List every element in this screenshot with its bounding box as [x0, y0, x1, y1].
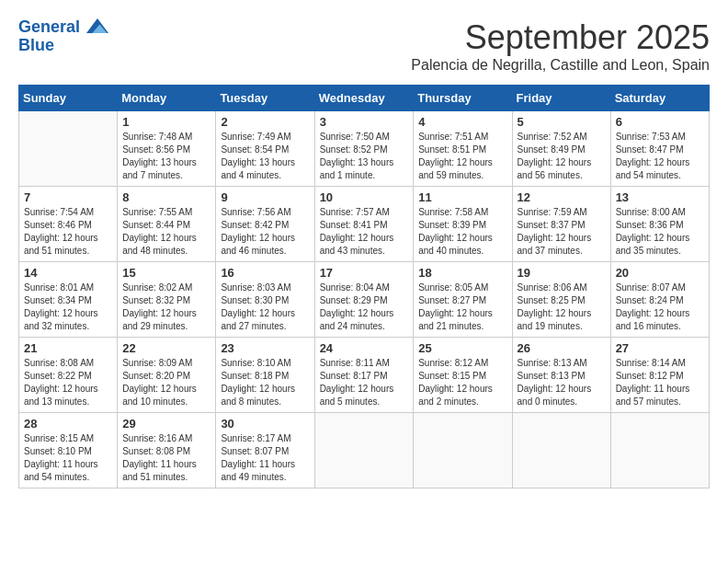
day-info: Sunrise: 8:07 AMSunset: 8:24 PMDaylight:…	[616, 282, 704, 333]
calendar-cell: 12Sunrise: 7:59 AMSunset: 8:37 PMDayligh…	[512, 187, 610, 262]
calendar-cell: 9Sunrise: 7:56 AMSunset: 8:42 PMDaylight…	[216, 187, 314, 262]
month-year-title: September 2025	[411, 18, 710, 57]
day-number: 30	[221, 417, 309, 431]
calendar-cell: 15Sunrise: 8:02 AMSunset: 8:32 PMDayligh…	[118, 262, 216, 338]
calendar-cell	[414, 413, 512, 488]
day-info: Sunrise: 8:11 AMSunset: 8:17 PMDaylight:…	[320, 357, 409, 408]
day-info: Sunrise: 7:58 AMSunset: 8:39 PMDaylight:…	[418, 206, 506, 258]
day-number: 21	[24, 341, 112, 355]
day-number: 23	[221, 341, 309, 355]
calendar-cell: 6Sunrise: 7:53 AMSunset: 8:47 PMDaylight…	[610, 111, 709, 187]
calendar-cell: 2Sunrise: 7:49 AMSunset: 8:54 PMDaylight…	[216, 111, 314, 187]
logo-blue: Blue	[18, 36, 54, 54]
day-number: 13	[616, 190, 704, 204]
day-number: 8	[122, 190, 210, 204]
day-number: 20	[616, 266, 704, 280]
calendar-cell	[314, 413, 414, 488]
calendar-cell: 26Sunrise: 8:13 AMSunset: 8:13 PMDayligh…	[512, 338, 610, 413]
day-info: Sunrise: 7:51 AMSunset: 8:51 PMDaylight:…	[418, 131, 506, 182]
calendar-cell: 7Sunrise: 7:54 AMSunset: 8:46 PMDaylight…	[19, 187, 118, 262]
day-number: 17	[320, 266, 409, 280]
day-info: Sunrise: 7:55 AMSunset: 8:44 PMDaylight:…	[122, 206, 210, 258]
day-info: Sunrise: 7:49 AMSunset: 8:54 PMDaylight:…	[221, 131, 309, 182]
day-info: Sunrise: 7:53 AMSunset: 8:47 PMDaylight:…	[616, 131, 704, 182]
calendar-cell	[512, 413, 610, 488]
calendar-cell: 13Sunrise: 8:00 AMSunset: 8:36 PMDayligh…	[610, 187, 709, 262]
day-info: Sunrise: 8:09 AMSunset: 8:20 PMDaylight:…	[122, 357, 210, 408]
day-number: 29	[122, 417, 210, 431]
calendar-cell: 21Sunrise: 8:08 AMSunset: 8:22 PMDayligh…	[19, 338, 118, 413]
calendar-cell: 5Sunrise: 7:52 AMSunset: 8:49 PMDaylight…	[512, 111, 610, 187]
weekday-header-tuesday: Tuesday	[216, 86, 314, 111]
day-info: Sunrise: 8:02 AMSunset: 8:32 PMDaylight:…	[122, 282, 210, 333]
day-info: Sunrise: 8:12 AMSunset: 8:15 PMDaylight:…	[418, 357, 506, 408]
day-number: 12	[518, 190, 606, 204]
day-number: 14	[24, 266, 112, 280]
day-number: 18	[418, 266, 506, 280]
day-number: 19	[518, 266, 606, 280]
day-number: 9	[221, 190, 309, 204]
calendar-cell: 4Sunrise: 7:51 AMSunset: 8:51 PMDaylight…	[414, 111, 512, 187]
day-number: 2	[221, 115, 309, 129]
weekday-header-monday: Monday	[118, 86, 216, 111]
day-info: Sunrise: 8:17 AMSunset: 8:07 PMDaylight:…	[221, 432, 309, 484]
weekday-header-wednesday: Wednesday	[314, 86, 414, 111]
calendar-cell: 27Sunrise: 8:14 AMSunset: 8:12 PMDayligh…	[610, 338, 709, 413]
day-number: 15	[122, 266, 210, 280]
day-info: Sunrise: 8:14 AMSunset: 8:12 PMDaylight:…	[616, 357, 704, 408]
day-info: Sunrise: 8:05 AMSunset: 8:27 PMDaylight:…	[418, 282, 506, 333]
day-number: 5	[518, 115, 606, 129]
calendar-cell: 28Sunrise: 8:15 AMSunset: 8:10 PMDayligh…	[19, 413, 118, 488]
day-number: 11	[418, 190, 506, 204]
calendar-cell: 25Sunrise: 8:12 AMSunset: 8:15 PMDayligh…	[414, 338, 512, 413]
day-info: Sunrise: 8:13 AMSunset: 8:13 PMDaylight:…	[518, 357, 606, 408]
calendar-cell: 8Sunrise: 7:55 AMSunset: 8:44 PMDaylight…	[118, 187, 216, 262]
day-info: Sunrise: 8:04 AMSunset: 8:29 PMDaylight:…	[320, 282, 409, 333]
day-info: Sunrise: 7:59 AMSunset: 8:37 PMDaylight:…	[518, 206, 606, 258]
day-info: Sunrise: 8:15 AMSunset: 8:10 PMDaylight:…	[24, 432, 112, 484]
calendar-cell: 1Sunrise: 7:48 AMSunset: 8:56 PMDaylight…	[118, 111, 216, 187]
day-number: 1	[122, 115, 210, 129]
calendar-cell	[610, 413, 709, 488]
calendar-cell: 11Sunrise: 7:58 AMSunset: 8:39 PMDayligh…	[414, 187, 512, 262]
day-info: Sunrise: 8:16 AMSunset: 8:08 PMDaylight:…	[122, 432, 210, 484]
day-number: 10	[320, 190, 409, 204]
location-subtitle: Palencia de Negrilla, Castille and Leon,…	[411, 57, 710, 74]
calendar-cell: 16Sunrise: 8:03 AMSunset: 8:30 PMDayligh…	[216, 262, 314, 338]
logo-general: General	[18, 17, 80, 36]
day-number: 7	[24, 190, 112, 204]
calendar-cell: 17Sunrise: 8:04 AMSunset: 8:29 PMDayligh…	[314, 262, 414, 338]
calendar-cell: 24Sunrise: 8:11 AMSunset: 8:17 PMDayligh…	[314, 338, 414, 413]
calendar-cell: 3Sunrise: 7:50 AMSunset: 8:52 PMDaylight…	[314, 111, 414, 187]
day-number: 16	[221, 266, 309, 280]
calendar-cell: 19Sunrise: 8:06 AMSunset: 8:25 PMDayligh…	[512, 262, 610, 338]
day-info: Sunrise: 8:03 AMSunset: 8:30 PMDaylight:…	[221, 282, 309, 333]
day-info: Sunrise: 8:00 AMSunset: 8:36 PMDaylight:…	[616, 206, 704, 258]
day-info: Sunrise: 7:56 AMSunset: 8:42 PMDaylight:…	[221, 206, 309, 258]
day-info: Sunrise: 7:54 AMSunset: 8:46 PMDaylight:…	[24, 206, 112, 258]
calendar-cell: 22Sunrise: 8:09 AMSunset: 8:20 PMDayligh…	[118, 338, 216, 413]
calendar-cell: 20Sunrise: 8:07 AMSunset: 8:24 PMDayligh…	[610, 262, 709, 338]
day-number: 24	[320, 341, 409, 355]
weekday-header-saturday: Saturday	[610, 86, 709, 111]
calendar-cell: 10Sunrise: 7:57 AMSunset: 8:41 PMDayligh…	[314, 187, 414, 262]
weekday-header-thursday: Thursday	[414, 86, 512, 111]
day-number: 26	[518, 341, 606, 355]
day-info: Sunrise: 8:01 AMSunset: 8:34 PMDaylight:…	[24, 282, 112, 333]
calendar-cell: 14Sunrise: 8:01 AMSunset: 8:34 PMDayligh…	[19, 262, 118, 338]
day-info: Sunrise: 7:50 AMSunset: 8:52 PMDaylight:…	[320, 131, 409, 182]
weekday-header-friday: Friday	[512, 86, 610, 111]
day-info: Sunrise: 7:52 AMSunset: 8:49 PMDaylight:…	[518, 131, 606, 182]
weekday-header-sunday: Sunday	[19, 86, 118, 111]
title-section: September 2025 Palencia de Negrilla, Cas…	[411, 18, 710, 74]
day-info: Sunrise: 7:48 AMSunset: 8:56 PMDaylight:…	[122, 131, 210, 182]
day-number: 4	[418, 115, 506, 129]
calendar-cell	[19, 111, 118, 187]
day-info: Sunrise: 8:08 AMSunset: 8:22 PMDaylight:…	[24, 357, 112, 408]
day-number: 3	[320, 115, 409, 129]
day-info: Sunrise: 8:10 AMSunset: 8:18 PMDaylight:…	[221, 357, 309, 408]
day-number: 27	[616, 341, 704, 355]
calendar-cell: 23Sunrise: 8:10 AMSunset: 8:18 PMDayligh…	[216, 338, 314, 413]
calendar-table: SundayMondayTuesdayWednesdayThursdayFrid…	[18, 85, 710, 488]
day-number: 25	[418, 341, 506, 355]
